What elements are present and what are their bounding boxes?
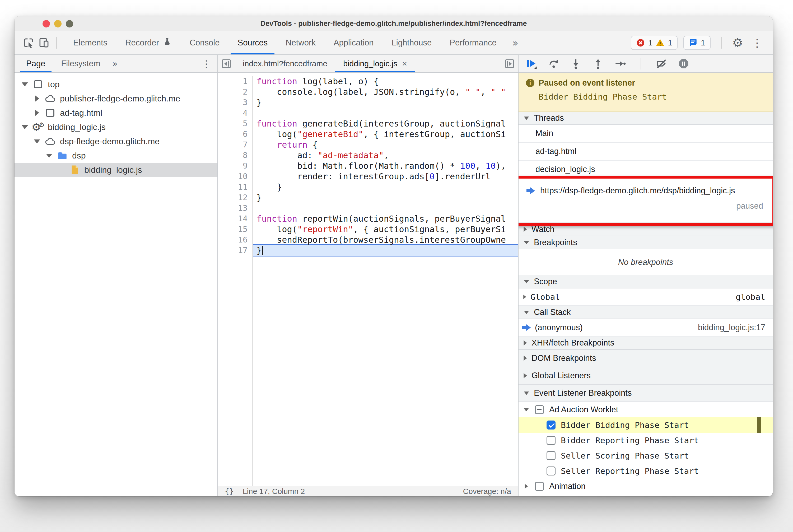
code-line[interactable]: }: [253, 192, 518, 203]
tree-item-publisher-fledge-demo-glitch-me[interactable]: publisher-fledge-demo.glitch.me: [15, 91, 218, 106]
code-editor[interactable]: 1234567891011121314151617 function log(l…: [218, 73, 518, 486]
code-line[interactable]: return {: [253, 139, 518, 150]
chevron-right-icon[interactable]: [34, 110, 40, 116]
tree-item-bidding-logic-js[interactable]: bidding_logic.js: [15, 163, 218, 177]
line-number[interactable]: 15: [218, 224, 247, 234]
checkbox[interactable]: [547, 467, 555, 475]
tree-item-top[interactable]: top: [15, 77, 218, 91]
more-tabs-icon[interactable]: »: [506, 38, 525, 48]
elb-group-animation[interactable]: Animation: [518, 479, 773, 494]
deactivate-breakpoints-button[interactable]: [655, 57, 668, 70]
call-stack-section-header[interactable]: Call Stack: [518, 306, 773, 319]
dom-breakpoints-section-header[interactable]: DOM Breakpoints: [518, 350, 773, 367]
checkbox[interactable]: [535, 405, 544, 414]
code-line[interactable]: log("generateBid", { interestGroup, auct…: [253, 129, 518, 139]
tab-performance[interactable]: Performance: [441, 31, 505, 54]
line-number[interactable]: 10: [218, 171, 247, 182]
elb-group-canvas[interactable]: Canvas: [518, 494, 773, 496]
show-debugger-sidebar-icon[interactable]: [501, 55, 518, 72]
thread-item[interactable]: Main: [518, 125, 773, 142]
line-number[interactable]: 6: [218, 129, 247, 139]
scope-global-row[interactable]: Global global: [518, 288, 773, 306]
checkbox[interactable]: [535, 482, 544, 491]
chevron-right-icon[interactable]: [34, 95, 40, 102]
zoom-window-button[interactable]: [66, 20, 73, 27]
step-over-button[interactable]: [547, 57, 560, 70]
tree-item-bidding-logic-js[interactable]: ⚙︎⚙︎bidding_logic.js: [15, 120, 218, 134]
elb-item-bidder-reporting-phase-start[interactable]: Bidder Reporting Phase Start: [518, 433, 773, 448]
thread-item[interactable]: decision_logic.js: [518, 160, 773, 178]
line-number[interactable]: 11: [218, 182, 247, 192]
line-number[interactable]: 12: [218, 192, 247, 203]
chevron-down-icon[interactable]: [21, 125, 28, 129]
breakpoints-section-header[interactable]: Breakpoints: [518, 236, 773, 249]
tree-item-dsp-fledge-demo-glitch-me[interactable]: dsp-fledge-demo.glitch.me: [15, 134, 218, 149]
device-toolbar-icon[interactable]: [36, 35, 52, 51]
thread-item-current[interactable]: https://dsp-fledge-demo.glitch.me/dsp/bi…: [518, 178, 773, 223]
line-number[interactable]: 3: [218, 97, 247, 108]
elb-item-seller-scoring-phase-start[interactable]: Seller Scoring Phase Start: [518, 448, 773, 463]
code-line[interactable]: [253, 108, 518, 118]
step-into-button[interactable]: [569, 57, 583, 70]
pretty-print-icon[interactable]: {}: [225, 487, 234, 496]
code-line[interactable]: ad: "ad-metadata",: [253, 150, 518, 160]
elb-item-seller-reporting-phase-start[interactable]: Seller Reporting Phase Start: [518, 463, 773, 479]
navigator-kebab-icon[interactable]: ⋮: [199, 58, 214, 69]
line-number[interactable]: 4: [218, 108, 247, 118]
line-number-gutter[interactable]: 1234567891011121314151617: [218, 76, 253, 486]
line-number[interactable]: 14: [218, 213, 247, 224]
code-line[interactable]: render: interestGroup.ads[0].renderUrl: [253, 171, 518, 182]
elb-group-ad-auction-worklet[interactable]: Ad Auction Worklet: [518, 402, 773, 417]
event-listener-breakpoints-section-header[interactable]: Event Listener Breakpoints: [518, 385, 773, 402]
chevron-down-icon[interactable]: [21, 82, 28, 87]
step-out-button[interactable]: [591, 57, 605, 70]
line-number[interactable]: 13: [218, 203, 247, 213]
editor-tab-bidding-logic-js[interactable]: bidding_logic.js×: [335, 55, 415, 72]
errors-warnings-badge[interactable]: 1 1: [631, 36, 678, 50]
checkbox[interactable]: [547, 420, 555, 430]
code-line[interactable]: function log(label, o) {: [253, 76, 518, 87]
line-number[interactable]: 16: [218, 234, 247, 245]
xhr-breakpoints-section-header[interactable]: XHR/fetch Breakpoints: [518, 337, 773, 350]
line-number[interactable]: 5: [218, 118, 247, 129]
hide-navigator-icon[interactable]: [218, 55, 235, 72]
chevron-down-icon[interactable]: [523, 408, 530, 412]
line-number[interactable]: 1: [218, 76, 247, 87]
code-line[interactable]: [253, 203, 518, 213]
tab-sources[interactable]: Sources: [228, 31, 277, 54]
tab-application[interactable]: Application: [325, 31, 383, 54]
navigator-tab-page[interactable]: Page: [18, 55, 53, 72]
tree-item-dsp[interactable]: dsp: [15, 149, 218, 163]
elb-item-bidder-bidding-phase-start[interactable]: Bidder Bidding Phase Start: [518, 417, 773, 433]
more-navigator-tabs-icon[interactable]: »: [108, 59, 122, 69]
watch-section-header[interactable]: Watch: [518, 223, 773, 236]
chevron-right-icon[interactable]: [523, 483, 530, 490]
tab-recorder[interactable]: Recorder: [116, 31, 181, 54]
checkbox[interactable]: [547, 436, 555, 445]
line-number[interactable]: 8: [218, 150, 247, 160]
tab-console[interactable]: Console: [181, 31, 229, 54]
code-line[interactable]: console.log(label, JSON.stringify(o, " "…: [253, 87, 518, 97]
chevron-down-icon[interactable]: [34, 139, 40, 144]
step-button[interactable]: [613, 57, 627, 70]
code-line[interactable]: log("reportWin", { auctionSignals, perBu…: [253, 224, 518, 234]
tree-item-ad-tag-html[interactable]: ad-tag.html: [15, 106, 218, 120]
close-window-button[interactable]: [42, 20, 50, 27]
issues-badge[interactable]: 1: [683, 36, 711, 50]
close-tab-icon[interactable]: ×: [402, 59, 407, 69]
tab-elements[interactable]: Elements: [64, 31, 116, 54]
thread-item[interactable]: ad-tag.html: [518, 142, 773, 160]
more-options-kebab-icon[interactable]: ⋮: [749, 36, 765, 50]
editor-tab-index-html-fencedframe[interactable]: index.html?fencedframe: [235, 55, 335, 72]
checkbox[interactable]: [547, 451, 555, 460]
code-line[interactable]: sendReportTo(browserSignals.interestGrou…: [253, 234, 518, 245]
code-line[interactable]: function reportWin(auctionSignals, perBu…: [253, 213, 518, 224]
code-line[interactable]: }: [253, 97, 518, 108]
line-number[interactable]: 17: [218, 245, 247, 256]
tab-lighthouse[interactable]: Lighthouse: [383, 31, 441, 54]
global-listeners-section-header[interactable]: Global Listeners: [518, 367, 773, 385]
code-line-current[interactable]: }: [253, 244, 518, 256]
threads-section-header[interactable]: Threads: [518, 112, 773, 125]
line-number[interactable]: 9: [218, 160, 247, 171]
tab-network[interactable]: Network: [277, 31, 325, 54]
